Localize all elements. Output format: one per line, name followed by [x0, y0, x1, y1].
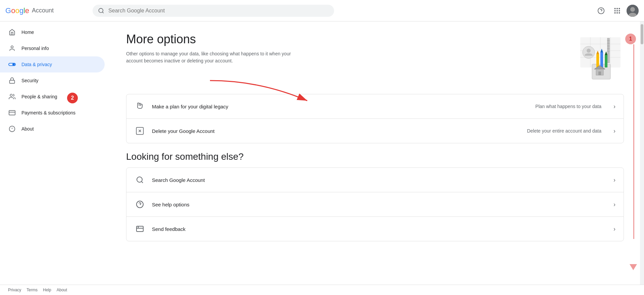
sidebar-item-home[interactable]: Home — [0, 24, 105, 40]
svg-rect-21 — [9, 110, 15, 115]
sidebar-item-data-privacy[interactable]: Data & privacy — [0, 56, 105, 72]
sidebar-item-about[interactable]: About — [0, 121, 105, 137]
section-text: More options Other options to manage you… — [126, 32, 301, 64]
footer-help[interactable]: Help — [43, 288, 51, 292]
footer-about[interactable]: About — [57, 288, 67, 292]
search-bar[interactable] — [93, 5, 334, 17]
svg-point-18 — [13, 63, 15, 65]
section-illustration — [557, 32, 624, 86]
main-container: Home Personal info Data & privacy — [0, 21, 644, 285]
digital-legacy-item[interactable]: Make a plan for your digital legacy Plan… — [126, 94, 624, 119]
svg-rect-42 — [596, 54, 599, 67]
help-options-item[interactable]: See help options › — [126, 192, 624, 217]
delete-account-title: Delete your Google Account — [152, 128, 520, 134]
chevron-right-icon-3: › — [613, 177, 615, 184]
svg-rect-44 — [600, 52, 603, 67]
footer-terms[interactable]: Terms — [26, 288, 38, 292]
scrollbar-thumb[interactable] — [641, 24, 643, 44]
svg-rect-10 — [614, 12, 616, 13]
svg-point-16 — [11, 46, 13, 48]
svg-line-1 — [102, 12, 103, 13]
looking-section: Looking for something else? Search Googl… — [126, 151, 624, 241]
svg-rect-19 — [10, 80, 15, 83]
search-icon — [98, 7, 104, 14]
digital-legacy-content: Make a plan for your digital legacy — [152, 104, 529, 109]
delete-account-item[interactable]: Delete your Google Account Delete your e… — [126, 119, 624, 143]
section-header: More options Other options to manage you… — [126, 32, 624, 86]
sidebar-item-security[interactable]: Security — [0, 72, 105, 89]
logo-area: Google Account — [5, 6, 93, 15]
avatar[interactable] — [627, 5, 639, 17]
delete-account-desc: Delete your entire account and data — [527, 128, 601, 134]
hand-icon — [135, 101, 145, 112]
data-privacy-label: Data & privacy — [21, 62, 52, 67]
cards-section: Make a plan for your digital legacy Plan… — [126, 94, 624, 143]
search-account-item[interactable]: Search Google Account › — [126, 168, 624, 192]
toggle-icon — [8, 60, 16, 68]
logo-o-red: o — [11, 6, 15, 15]
sidebar-item-payments[interactable]: Payments & subscriptions — [0, 105, 105, 121]
help-button[interactable] — [594, 4, 608, 17]
account-label: Account — [32, 7, 54, 14]
footer: Privacy Terms Help About — [0, 285, 644, 295]
send-feedback-content: Send feedback — [152, 226, 607, 232]
page-title: More options — [126, 32, 301, 46]
more-options-card: Make a plan for your digital legacy Plan… — [126, 94, 624, 143]
payments-label: Payments & subscriptions — [21, 110, 75, 115]
scrollbar-track — [640, 21, 644, 285]
digital-legacy-title: Make a plan for your digital legacy — [152, 104, 529, 109]
sidebar: Home Personal info Data & privacy — [0, 21, 110, 285]
svg-rect-7 — [614, 10, 616, 11]
header-actions — [594, 4, 639, 17]
logo-o-yellow: o — [15, 6, 19, 15]
lock-icon — [8, 77, 16, 85]
search-input[interactable] — [108, 8, 329, 14]
security-label: Security — [21, 78, 39, 83]
svg-point-34 — [587, 49, 591, 53]
sidebar-item-people-sharing[interactable]: People & sharing — [0, 89, 105, 105]
svg-rect-6 — [619, 8, 620, 9]
annotation-badge-1: 1 — [625, 34, 636, 44]
svg-rect-9 — [619, 10, 620, 11]
chevron-right-icon: › — [613, 103, 615, 110]
chevron-right-icon-5: › — [613, 226, 615, 233]
chevron-right-icon-4: › — [613, 201, 615, 208]
home-icon — [8, 28, 16, 36]
main-content: More options Other options to manage you… — [110, 21, 640, 285]
svg-rect-4 — [614, 8, 616, 9]
person-icon — [8, 44, 16, 52]
google-logo: Google — [5, 6, 29, 15]
svg-point-0 — [99, 8, 103, 12]
help-icon — [597, 7, 605, 14]
people-sharing-label: People & sharing — [21, 94, 57, 99]
digital-legacy-desc: Plan what happens to your data — [535, 104, 601, 109]
apps-icon — [613, 7, 621, 14]
svg-line-57 — [142, 182, 143, 183]
footer-privacy[interactable]: Privacy — [8, 288, 21, 292]
search-account-title: Search Google Account — [152, 177, 607, 183]
search-account-content: Search Google Account — [152, 177, 607, 183]
svg-rect-12 — [619, 12, 620, 13]
feedback-icon — [135, 224, 145, 234]
svg-rect-50 — [598, 71, 601, 75]
delete-icon — [135, 126, 145, 136]
help-options-content: See help options — [152, 202, 607, 207]
apps-button[interactable] — [610, 4, 624, 17]
svg-rect-8 — [616, 10, 618, 11]
send-feedback-item[interactable]: Send feedback › — [126, 217, 624, 241]
looking-section-title: Looking for something else? — [126, 151, 624, 162]
page-description: Other options to manage your data, like … — [126, 50, 301, 64]
send-feedback-title: Send feedback — [152, 226, 607, 232]
svg-rect-5 — [616, 8, 618, 9]
search-icon-card — [135, 175, 145, 185]
svg-rect-60 — [137, 226, 143, 232]
svg-point-14 — [630, 7, 635, 12]
svg-rect-46 — [605, 55, 607, 67]
delete-account-content: Delete your Google Account — [152, 128, 520, 134]
sidebar-item-personal-info[interactable]: Personal info — [0, 40, 105, 56]
svg-point-56 — [137, 177, 142, 182]
personal-info-label: Personal info — [21, 46, 49, 51]
logo-g-blue2: g — [19, 6, 23, 15]
looking-section-card: Search Google Account › See help options… — [126, 167, 624, 241]
logo-e-red: e — [25, 6, 29, 15]
